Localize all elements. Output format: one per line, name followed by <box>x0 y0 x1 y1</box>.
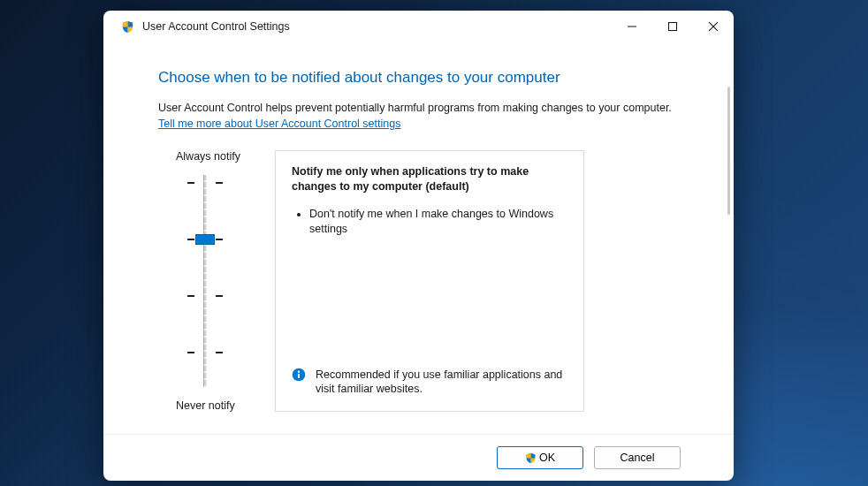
recommendation-text: Recommended if you use familiar applicat… <box>316 368 567 398</box>
minimize-button[interactable] <box>612 11 652 42</box>
maximize-button[interactable] <box>652 11 693 42</box>
cancel-button-label: Cancel <box>621 452 655 464</box>
help-link[interactable]: Tell me more about User Account Control … <box>158 118 400 130</box>
slider-tick <box>216 239 223 240</box>
svg-point-5 <box>298 370 300 372</box>
shield-icon <box>525 452 537 464</box>
description-list: Don't notify me when I make changes to W… <box>292 207 567 237</box>
button-bar: OK Cancel <box>103 434 734 481</box>
window-controls <box>612 11 734 42</box>
scrollbar-thumb[interactable] <box>727 87 730 215</box>
slider-tick <box>187 239 194 240</box>
slider-bottom-label: Never notify <box>176 399 275 412</box>
slider-thumb[interactable] <box>195 234 215 245</box>
description-bullet: Don't notify me when I make changes to W… <box>309 207 567 237</box>
description-panel: Notify me only when applications try to … <box>275 150 584 412</box>
ok-button[interactable]: OK <box>497 446 583 469</box>
slider-tick <box>187 352 194 353</box>
ok-button-label: OK <box>539 452 555 464</box>
slider-tick <box>187 182 194 184</box>
recommendation-row: Recommended if you use familiar applicat… <box>292 357 567 398</box>
content-area: Choose when to be notified about changes… <box>103 42 734 434</box>
slider-track <box>203 175 207 387</box>
cancel-button[interactable]: Cancel <box>594 446 681 469</box>
desktop-background: User Account Control Settings Choose whe… <box>0 0 868 486</box>
slider-top-label: Always notify <box>176 150 275 163</box>
notification-slider[interactable] <box>158 175 275 387</box>
svg-rect-6 <box>298 373 300 377</box>
uac-settings-window: User Account Control Settings Choose whe… <box>103 11 734 481</box>
svg-rect-1 <box>669 23 677 31</box>
slider-column: Always notify Never notify <box>158 150 275 412</box>
slider-tick <box>216 182 223 184</box>
description-title: Notify me only when applications try to … <box>292 164 567 194</box>
close-button[interactable] <box>693 11 734 42</box>
info-icon <box>292 368 306 382</box>
shield-icon <box>121 20 134 34</box>
intro-text: User Account Control helps prevent poten… <box>158 101 679 115</box>
main-grid: Always notify Never notify Notify me onl… <box>158 150 679 412</box>
slider-tick <box>216 352 223 353</box>
slider-tick <box>216 295 223 297</box>
page-heading: Choose when to be notified about changes… <box>158 69 679 87</box>
titlebar[interactable]: User Account Control Settings <box>103 11 734 42</box>
window-title: User Account Control Settings <box>142 20 290 33</box>
slider-tick <box>187 295 194 297</box>
